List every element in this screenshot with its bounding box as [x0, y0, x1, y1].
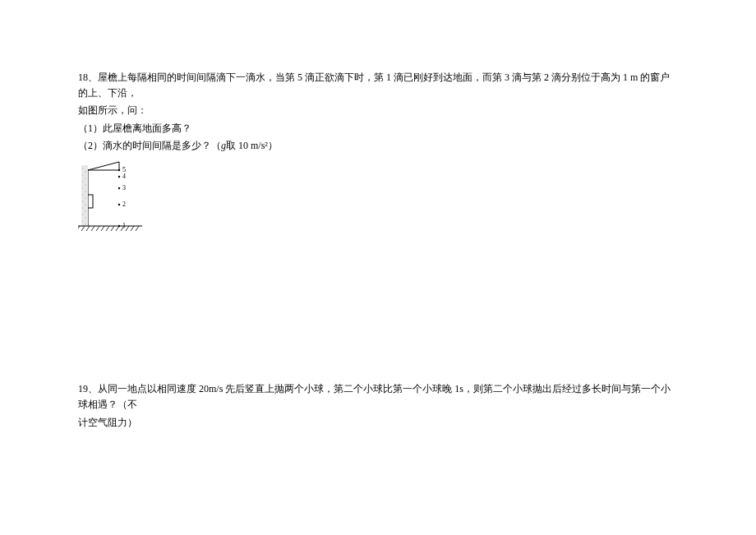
svg-point-0 — [83, 168, 84, 168]
svg-point-14 — [83, 214, 84, 214]
svg-line-19 — [81, 226, 85, 231]
svg-line-28 — [126, 226, 129, 231]
svg-point-13 — [85, 210, 86, 211]
water-drops — [118, 169, 120, 227]
svg-line-23 — [101, 226, 104, 231]
svg-point-7 — [85, 191, 86, 191]
svg-point-11 — [85, 204, 86, 205]
roof-shape — [88, 162, 119, 170]
svg-point-9 — [85, 197, 86, 198]
problem-19-text1: 、从同一地点以相同速度 20m/s 先后竖直上抛两个小球，第二个小球比第一个小球… — [78, 383, 671, 410]
problem-18-q1: （1）此屋檐离地面多高？ — [78, 121, 678, 136]
svg-point-2 — [83, 174, 84, 175]
svg-point-5 — [85, 184, 86, 185]
drop-4 — [118, 176, 120, 178]
svg-line-21 — [91, 226, 94, 231]
wall-shade — [81, 165, 88, 226]
eaves-drop-diagram: 5 4 3 2 1 — [78, 159, 152, 237]
ground-hatching — [78, 226, 139, 231]
svg-line-18 — [78, 226, 80, 231]
svg-point-10 — [83, 201, 84, 201]
window-rect — [88, 195, 93, 208]
drop-label-2: 2 — [122, 201, 126, 208]
svg-point-12 — [83, 207, 84, 208]
q2-suffix: 取 10 m/s²） — [226, 140, 278, 151]
drop-5 — [118, 169, 120, 171]
problem-18-q2: （2）滴水的时间间隔是多少？（g取 10 m/s²） — [78, 138, 678, 154]
svg-line-26 — [116, 226, 119, 231]
svg-point-1 — [85, 171, 86, 172]
drop-label-4: 4 — [122, 173, 126, 180]
problem-18-diagram: 5 4 3 2 1 — [78, 159, 678, 242]
svg-point-6 — [83, 187, 84, 188]
svg-point-4 — [83, 181, 84, 182]
svg-line-30 — [136, 226, 139, 231]
problem-18: 18、屋檐上每隔相同的时间间隔滴下一滴水，当第 5 滴正欲滴下时，第 1 滴已刚… — [78, 70, 678, 242]
svg-point-8 — [83, 194, 84, 195]
svg-line-29 — [131, 226, 134, 231]
problem-19: 19、从同一地点以相同速度 20m/s 先后竖直上抛两个小球，第二个小球比第一个… — [78, 381, 678, 431]
q2-prefix: （2）滴水的时间间隔是多少？（ — [78, 140, 221, 151]
drop-3 — [118, 187, 120, 189]
svg-line-22 — [96, 226, 99, 231]
problem-18-line2: 如图所示，问： — [78, 103, 678, 118]
problem-19-line2: 计空气阻力） — [78, 415, 678, 431]
problem-18-line1: 18、屋檐上每隔相同的时间间隔滴下一滴水，当第 5 滴正欲滴下时，第 1 滴已刚… — [78, 70, 678, 101]
drop-label-3: 3 — [122, 184, 126, 191]
problem-number-19: 19 — [78, 383, 88, 394]
svg-line-25 — [111, 226, 114, 231]
drop-labels: 5 4 3 2 1 — [122, 166, 126, 229]
svg-line-24 — [106, 226, 109, 231]
drop-2 — [118, 204, 120, 205]
problem-18-text1: 、屋檐上每隔相同的时间间隔滴下一滴水，当第 5 滴正欲滴下时，第 1 滴已刚好到… — [78, 71, 670, 99]
svg-point-15 — [85, 217, 86, 218]
problem-number-18: 18 — [78, 71, 88, 83]
svg-point-3 — [85, 178, 86, 178]
svg-point-17 — [85, 224, 86, 224]
svg-point-16 — [83, 220, 84, 221]
problem-19-line1: 19、从同一地点以相同速度 20m/s 先后竖直上抛两个小球，第二个小球比第一个… — [78, 381, 678, 413]
svg-line-20 — [86, 226, 90, 231]
